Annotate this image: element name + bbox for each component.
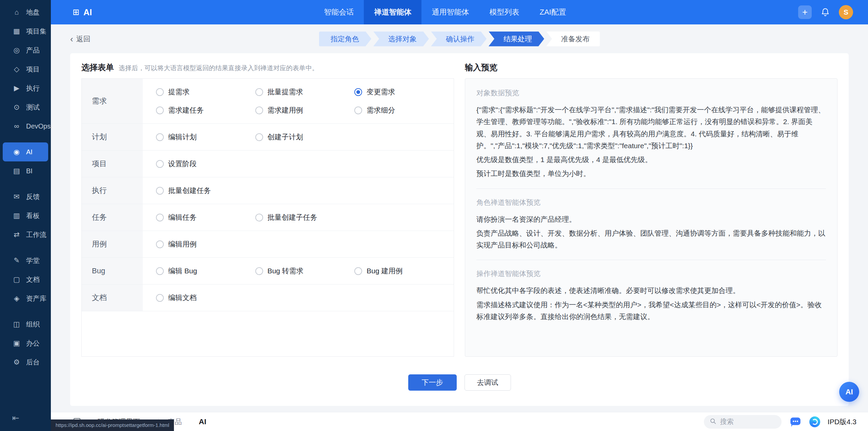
radio-option-label: Bug 转需求 [268,266,303,276]
sidebar-item-devops[interactable]: ∞DevOps [0,117,51,136]
preview-paragraph: 请你扮演一名资深的产品经理。 [476,213,826,225]
sidebar-item-label: AI [26,148,33,156]
workflow-icon: ⇄ [12,231,21,239]
wizard-step-4[interactable]: 结果处理 [489,32,544,46]
preview-panel: 输入预览 对象数据预览{"需求":{"需求标题":"开发一个在线学习平台","需… [465,62,837,357]
debug-button[interactable]: 去调试 [465,374,511,391]
radio-option[interactable]: 批量创建子任务 [255,209,355,226]
radio-option-label: 需求建用例 [268,105,303,115]
radio-option[interactable]: 编辑计划 [156,128,255,146]
main-card: 选择表单 选择后，可以将大语言模型返回的结果直接录入到禅道对应的表单中。 需求提… [70,53,849,406]
form-group-doc: 文档编辑文档 [82,285,454,311]
search-input[interactable] [720,418,773,426]
sidebar-item-label: 测试 [26,103,40,112]
devops-icon: ∞ [12,122,21,130]
radio-icon [156,294,164,302]
radio-icon [255,133,263,141]
radio-option[interactable]: 编辑任务 [156,209,255,226]
top-navbar: ⊞ AI 智能会话禅道智能体通用智能体模型列表ZAI配置 + S [51,0,868,24]
sidebar-item-ai[interactable]: ◉AI [3,142,48,161]
radio-option[interactable]: Bug 转需求 [255,262,355,280]
wizard-step-3[interactable]: 确认操作 [431,32,487,46]
sidebar-item-office[interactable]: ▣办公 [0,334,51,353]
radio-option[interactable]: 需求细分 [354,101,454,119]
sidebar-item-learn[interactable]: ✎学堂 [0,251,51,270]
radio-option[interactable]: 提需求 [156,83,255,101]
actions-row: 下一步 去调试 [81,374,837,391]
ipd-logo-icon [809,416,820,427]
sidebar-item-label: 产品 [26,46,40,55]
radio-icon [354,88,362,96]
add-button[interactable]: + [798,5,812,19]
form-group-bug: Bug编辑 BugBug 转需求Bug 建用例 [82,258,454,285]
breadcrumb-ai[interactable]: AI [199,417,206,426]
ai-assistant-fab[interactable]: AI [839,382,859,402]
sidebar-item-home[interactable]: ⌂地盘 [0,3,51,22]
form-group-category: 执行 [82,177,143,204]
execution-icon: ▶ [12,84,21,92]
wizard-step-2[interactable]: 选择对象 [373,32,429,46]
sidebar-item-label: 项目 [26,65,40,74]
sidebar-item-admin[interactable]: ⚙后台 [0,353,51,372]
preview-paragraph: 优先级是数值类型，1 是最高优先级，4 是最低优先级。 [476,154,826,165]
radio-option-label: 编辑文档 [168,293,197,302]
radio-option-label: 编辑 Bug [168,266,197,276]
next-step-button[interactable]: 下一步 [408,374,457,391]
nav-item-smart-chat[interactable]: 智能会话 [314,0,364,24]
sidebar-item-bi[interactable]: ▤BI [0,161,51,180]
preview-section-heading: 角色禅道智能体预览 [476,198,826,207]
radio-option[interactable]: 编辑用例 [156,235,255,253]
sidebar-item-feedback[interactable]: ✉反馈 [0,187,51,206]
bi-icon: ▤ [12,167,21,175]
form-panel-title: 选择表单 [81,62,114,73]
nav-item-zentao-agent[interactable]: 禅道智能体 [364,0,421,24]
radio-option[interactable]: 编辑 Bug [156,262,255,280]
top-nav-actions: + S [798,5,853,19]
radio-option[interactable]: 需求建任务 [156,101,255,119]
sidebar-item-test[interactable]: ⊙测试 [0,98,51,117]
feedback-chat-icon[interactable] [789,415,802,428]
radio-option[interactable]: 需求建用例 [255,101,355,119]
radio-option[interactable]: 批量提需求 [255,83,355,101]
sidebar-item-product[interactable]: ◎产品 [0,41,51,60]
radio-option[interactable]: 批量创建任务 [156,182,255,199]
nav-item-model-list[interactable]: 模型列表 [479,0,529,24]
sidebar-item-assets[interactable]: ◈资产库 [0,289,51,308]
sidebar-item-program[interactable]: ▦项目集 [0,22,51,41]
preview-card: 对象数据预览{"需求":{"需求标题":"开发一个在线学习平台","需求描述":… [465,78,837,357]
ai-app-icon: ⊞ [73,7,79,17]
radio-option[interactable]: 变更需求 [354,83,454,101]
nav-item-general-agent[interactable]: 通用智能体 [421,0,479,24]
search-box[interactable] [704,415,782,429]
form-group-category: 文档 [82,285,143,311]
radio-option[interactable]: 编辑文档 [156,289,255,307]
radio-icon [354,267,362,275]
sidebar-item-kanban[interactable]: ▥看板 [0,206,51,225]
radio-option[interactable]: Bug 建用例 [354,262,454,280]
collapse-sidebar-button[interactable]: ⇤ [12,413,19,423]
sidebar-item-project[interactable]: ◇项目 [0,60,51,79]
notifications-bell-icon[interactable] [821,7,830,17]
radio-option[interactable]: 创建子计划 [255,128,355,146]
wizard-step-5[interactable]: 准备发布 [546,32,600,46]
form-group-options: 编辑计划创建子计划 [143,124,454,150]
sidebar-item-workflow[interactable]: ⇄工作流 [0,225,51,244]
radio-option[interactable]: 设置阶段 [156,155,255,173]
form-panel-subtitle: 选择后，可以将大语言模型返回的结果直接录入到禅道对应的表单中。 [119,64,318,73]
form-group-options: 提需求批量提需求变更需求需求建任务需求建用例需求细分 [143,79,454,123]
radio-icon [156,133,164,141]
sidebar-item-label: 后台 [26,358,40,367]
app-brand[interactable]: ⊞ AI [73,7,92,17]
wizard-step-1[interactable]: 指定角色 [319,32,371,46]
sidebar-item-execution[interactable]: ▶执行 [0,79,51,98]
user-avatar[interactable]: S [839,5,853,19]
nav-item-zai-config[interactable]: ZAI配置 [529,0,576,24]
sidebar-item-doc[interactable]: ▢文档 [0,270,51,289]
sidebar-item-org[interactable]: ◫组织 [0,315,51,334]
kanban-icon: ▥ [12,212,21,220]
sidebar-item-label: 办公 [26,339,40,348]
document-icon: ▢ [12,275,21,283]
back-button[interactable]: ‹ 返回 [70,34,145,44]
sidebar-item-label: 组织 [26,320,40,329]
radio-option-label: 编辑任务 [168,213,197,222]
